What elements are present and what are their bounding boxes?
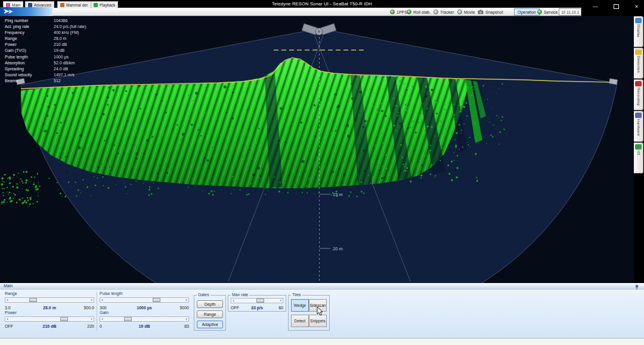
indicator-tracker[interactable]: Tracker	[434, 8, 454, 15]
tab-hardware[interactable]: Hardware	[634, 111, 643, 142]
gain-slider[interactable]: ‹ ›	[100, 316, 189, 322]
indicator-roll-stab[interactable]: Roll stab.	[407, 8, 431, 15]
power-slider-label: Power	[5, 310, 17, 315]
indicator-movie[interactable]: Movie	[457, 8, 475, 15]
indicator-service[interactable]: Service	[537, 8, 558, 15]
tiles-wedge-button[interactable]: Wedge	[291, 299, 309, 312]
teledyne-reson-logo	[0, 7, 52, 16]
max-rate-group-label: Max rate	[231, 293, 249, 297]
info-row: Absorption52.0 dB/km	[5, 60, 86, 66]
bottom-taskbar	[0, 338, 644, 345]
range-slider-values: 3.0 28.0 m 500.0	[5, 306, 94, 310]
max-rate-right-arrow-icon[interactable]: ›	[278, 298, 283, 303]
depth-label-15m: 15 m	[333, 192, 343, 197]
tab-display[interactable]: Display	[634, 16, 643, 47]
gain-slider-thumb[interactable]	[124, 317, 132, 321]
info-row: Power210 dB	[5, 42, 86, 48]
gain-slider-label: Gain	[100, 310, 109, 315]
main-tab-icon	[6, 3, 10, 7]
minimize-button[interactable]: —	[593, 4, 598, 10]
mouse-cursor	[317, 306, 324, 316]
movie-led-icon	[457, 10, 462, 14]
playback-tab-icon	[94, 3, 98, 7]
tab-io[interactable]: IO	[634, 142, 643, 173]
panel-title: Main	[4, 284, 13, 288]
tiles-snippets-button[interactable]: Snippets	[309, 315, 327, 327]
taskbar-tab-mammal-det[interactable]: Mammal det.	[57, 1, 92, 8]
pulse-left-arrow-icon[interactable]: ‹	[100, 297, 104, 303]
panel-header[interactable]: Main	[0, 283, 644, 290]
camera-icon	[478, 10, 484, 14]
snapshot-button[interactable]: Snapshot	[478, 8, 503, 15]
gates-range-button[interactable]: Range	[197, 310, 223, 318]
pulse-right-arrow-icon[interactable]: ›	[184, 297, 188, 303]
gates-group-label: Gates	[197, 293, 210, 297]
info-row: Beams512	[5, 78, 86, 84]
taskbar-tab-playback[interactable]: Playback	[91, 1, 118, 8]
range-slider-thumb[interactable]	[29, 298, 37, 302]
indicator-1pps[interactable]: 1PPS	[390, 8, 407, 15]
tiles-detect-button[interactable]: Detect	[291, 315, 309, 327]
power-slider-values: OFF 210 dB 220	[5, 324, 94, 329]
info-row: Pulse length1000 µs	[5, 54, 86, 60]
gates-depth-button[interactable]: Depth	[197, 300, 223, 308]
info-row: Gain (TVG)19 dB	[5, 48, 86, 54]
sonar-wedge-display: 15 m 20 m	[0, 16, 634, 283]
recording-icon	[635, 81, 642, 86]
io-icon	[635, 144, 642, 150]
service-led-icon	[537, 10, 542, 14]
max-rate-slider-thumb[interactable]	[256, 299, 264, 303]
gain-right-arrow-icon[interactable]: ›	[184, 316, 188, 322]
sonar-info-readout: Ping number104386 Act. ping rate24.0 p/s…	[5, 18, 86, 84]
window-controls: — ×	[589, 0, 642, 13]
pulse-length-slider-label: Pulse length	[100, 291, 123, 296]
tab-detection[interactable]: Detection	[634, 48, 643, 79]
display-icon	[635, 18, 642, 23]
detection-icon	[635, 49, 642, 55]
max-rate-slider-values: OFF 33 p/s 60	[231, 306, 283, 310]
power-slider-thumb[interactable]	[60, 317, 68, 321]
operation-mode-button[interactable]: Operation	[514, 8, 540, 15]
range-right-arrow-icon[interactable]: ›	[89, 297, 94, 303]
info-row: Ping number104386	[5, 18, 86, 24]
power-left-arrow-icon[interactable]: ‹	[5, 316, 10, 322]
gain-slider-values: 0 19 dB 83	[100, 324, 189, 329]
restore-button[interactable]	[614, 4, 619, 9]
max-rate-left-arrow-icon[interactable]: ‹	[231, 298, 236, 303]
advanced-tab-icon	[28, 3, 32, 7]
power-right-arrow-icon[interactable]: ›	[89, 316, 94, 322]
hardware-icon	[635, 113, 642, 118]
info-row: Spreading24.0 dB	[5, 66, 86, 72]
1pps-led-icon	[390, 10, 395, 14]
range-left-arrow-icon[interactable]: ‹	[5, 297, 10, 303]
panel-pin-icon[interactable]	[634, 284, 640, 290]
tracker-led-icon	[434, 10, 438, 14]
sonar-canvas: 15 m 20 m	[0, 16, 634, 283]
power-slider[interactable]: ‹ ›	[5, 316, 94, 322]
tiles-group-label: Tiles	[291, 293, 302, 297]
depth-label-20m: 20 m	[333, 246, 343, 251]
close-button[interactable]: ×	[635, 4, 638, 10]
right-sidebar: Display Detection Recording Hardware IO	[634, 16, 644, 283]
range-slider-label: Range	[5, 291, 17, 296]
max-rate-slider[interactable]: ‹ ›	[231, 298, 283, 303]
info-row: Act. ping rate24.0 p/s (full rate)	[5, 24, 86, 30]
pulse-length-slider[interactable]: ‹ ›	[100, 297, 189, 303]
info-row: Range28.0 m	[5, 36, 86, 42]
panel-divider	[97, 291, 97, 331]
gain-left-arrow-icon[interactable]: ‹	[100, 316, 104, 322]
gates-group: Gates Depth Range Adaptive	[194, 295, 226, 331]
info-row: Sound velocity1497.1 m/s	[5, 72, 86, 78]
tab-recording[interactable]: Recording	[634, 79, 643, 110]
pulse-length-slider-values: 300 1000 µs 5000	[100, 306, 189, 310]
range-slider[interactable]: ‹ ›	[5, 297, 94, 303]
pulse-length-slider-thumb[interactable]	[153, 298, 160, 302]
gates-adaptive-button[interactable]: Adaptive	[197, 321, 223, 328]
info-row: Frequency400 kHz (FM)	[5, 30, 86, 36]
ip-address-field[interactable]: 10.11.10.1	[559, 8, 581, 15]
mammal-det-tab-icon	[60, 3, 64, 7]
roll-stab-led-icon	[407, 10, 411, 14]
